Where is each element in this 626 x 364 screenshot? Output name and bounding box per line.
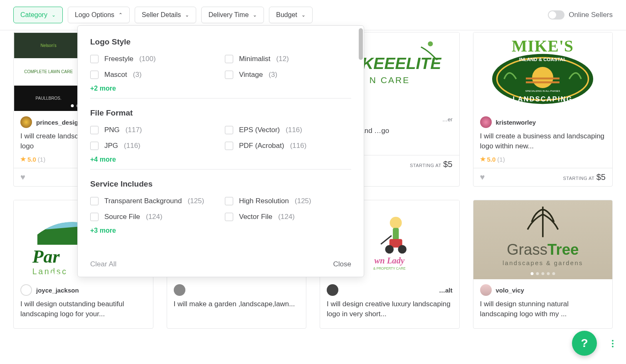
filter-label: Budget [276, 11, 297, 19]
svg-text:landscapes & gardens: landscapes & gardens [503, 260, 583, 266]
scrollbar-thumb[interactable] [359, 28, 363, 60]
svg-text:SPECIALIZING IN ALL PHASES: SPECIALIZING IN ALL PHASES [525, 90, 560, 93]
option-label: Minimalist [239, 55, 271, 63]
carousel-dots[interactable] [530, 104, 555, 107]
option-count: (116) [290, 142, 307, 150]
filter-option[interactable]: Vector File(124) [225, 213, 351, 221]
seller-avatar[interactable] [327, 284, 338, 296]
option-label: JPG [104, 142, 118, 150]
svg-rect-8 [526, 81, 559, 84]
svg-text:& PROPERTY CARE: & PROPERTY CARE [373, 267, 406, 271]
filter-option[interactable]: Freestyle(100) [90, 55, 217, 63]
carousel-dots[interactable] [51, 272, 59, 275]
online-sellers-toggle[interactable] [548, 10, 564, 20]
svg-point-17 [385, 245, 394, 253]
seller-avatar[interactable] [20, 284, 32, 296]
section-title: Logo Style [90, 37, 351, 47]
filter-option[interactable]: Source File(124) [90, 213, 217, 221]
rating-value: 5.0 [487, 156, 496, 163]
carousel-dots[interactable] [530, 272, 555, 275]
clear-all-button[interactable]: Clear All [90, 260, 116, 268]
option-count: (3) [269, 71, 277, 79]
filter-budget[interactable]: Budget ⌄ [269, 7, 313, 23]
gig-card[interactable]: GrassTreelandscapes & gardens volo_vicy … [473, 200, 613, 329]
seller-name-partial[interactable]: …alt [439, 287, 453, 294]
checkbox-icon [225, 197, 233, 205]
seller-name-partial: …er [442, 116, 453, 123]
filter-option[interactable]: JPG(116) [90, 142, 217, 150]
svg-text:N  CARE: N CARE [369, 75, 410, 85]
gig-title[interactable]: I will design stunning natural landscapi… [480, 299, 606, 319]
dropdown-section-file-format: File Format PNG(117) EPS (Vector)(116) J… [90, 108, 351, 170]
svg-rect-7 [526, 78, 559, 80]
option-label: Source File [104, 213, 140, 221]
carousel-dots[interactable] [380, 272, 399, 275]
rating-count: (1) [497, 156, 505, 163]
gig-card[interactable]: MIKE'SINLAND & COASTALLANDSCAPINGSPECIAL… [473, 32, 613, 187]
svg-text:INLAND & COASTAL: INLAND & COASTAL [519, 57, 566, 62]
filter-delivery-time[interactable]: Delivery Time ⌄ [201, 7, 264, 23]
show-more-link[interactable]: +4 more [90, 156, 116, 163]
gig-image[interactable]: GrassTreelandscapes & gardens [473, 200, 613, 279]
svg-text:wn Lady: wn Lady [375, 256, 405, 266]
seller-avatar[interactable] [20, 116, 32, 128]
filter-option[interactable]: Transparent Background(125) [90, 197, 217, 205]
svg-text:MIKE'S: MIKE'S [512, 37, 574, 55]
gig-title[interactable]: I will design outstanding beautiful land… [20, 299, 146, 319]
toggle-label: Online Sellers [569, 11, 613, 19]
checkbox-icon [90, 142, 99, 150]
svg-text:Landsc: Landsc [32, 267, 68, 276]
checkbox-icon [90, 213, 99, 221]
filter-option[interactable]: Mascot(3) [90, 71, 217, 79]
option-label: Freestyle [104, 55, 133, 63]
checkbox-icon [90, 197, 99, 205]
filter-option[interactable]: PNG(117) [90, 126, 217, 134]
filter-option[interactable]: High Resolution(125) [225, 197, 351, 205]
filter-option[interactable]: Vintage(3) [225, 71, 351, 79]
price-value: $5 [443, 160, 452, 169]
checkbox-icon [90, 71, 99, 79]
favorite-icon[interactable]: ♥ [480, 172, 485, 182]
seller-name[interactable]: kristenworley [496, 119, 536, 126]
rating-value: 5.0 [27, 156, 36, 163]
seller-name[interactable]: princes_desig [36, 119, 78, 126]
checkbox-icon [225, 213, 233, 221]
filter-option[interactable]: PDF (Acrobat)(116) [225, 142, 351, 150]
price-label: STARTING AT [563, 176, 595, 181]
seller-avatar[interactable] [480, 284, 492, 296]
option-label: PNG [104, 126, 120, 134]
gig-image[interactable]: MIKE'SINLAND & COASTALLANDSCAPINGSPECIAL… [473, 32, 613, 111]
seller-name[interactable]: volo_vicy [496, 287, 524, 294]
filter-option[interactable]: Minimalist(12) [225, 55, 351, 63]
gig-title[interactable]: I will create a business and landscaping… [480, 131, 606, 151]
filter-option[interactable]: EPS (Vector)(116) [225, 126, 351, 134]
svg-text:LANDSCAPING: LANDSCAPING [513, 96, 573, 103]
option-count: (124) [278, 213, 295, 221]
filter-label: Seller Details [142, 11, 181, 19]
seller-avatar[interactable] [480, 116, 492, 128]
show-more-link[interactable]: +2 more [90, 85, 116, 92]
close-button[interactable]: Close [333, 260, 351, 268]
seller-name[interactable]: joyce_jackson [36, 287, 79, 294]
star-icon: ★ [480, 155, 486, 163]
filter-logo-options[interactable]: Logo Options ⌃ [68, 7, 130, 23]
option-label: Mascot [104, 71, 127, 79]
carousel-dots[interactable] [377, 104, 402, 107]
favorite-icon[interactable]: ♥ [20, 172, 25, 182]
checkbox-icon [90, 55, 99, 63]
gig-title[interactable]: I will make a garden ,landscape,lawn... [174, 299, 300, 319]
option-label: EPS (Vector) [239, 126, 280, 134]
filter-seller-details[interactable]: Seller Details ⌄ [135, 7, 196, 23]
section-title: Service Includes [90, 180, 351, 189]
show-more-link[interactable]: +3 more [90, 227, 116, 234]
filter-category[interactable]: Category ⌄ [13, 7, 63, 23]
dropdown-section-service-includes: Service Includes Transparent Background(… [90, 180, 351, 240]
online-sellers-toggle-wrap: Online Sellers [548, 10, 613, 20]
option-label: High Resolution [239, 197, 289, 205]
seller-avatar[interactable] [174, 284, 185, 296]
option-count: (124) [146, 213, 163, 221]
option-label: PDF (Acrobat) [239, 142, 284, 150]
section-title: File Format [90, 108, 351, 118]
option-count: (100) [139, 55, 156, 63]
gig-title[interactable]: I will design creative luxury landscapin… [327, 299, 453, 319]
